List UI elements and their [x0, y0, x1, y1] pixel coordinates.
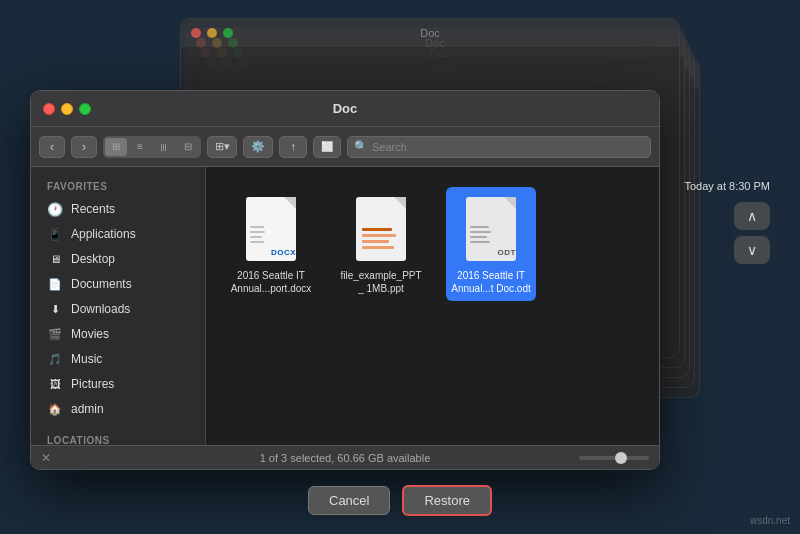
column-view-button[interactable]: ⫼	[153, 138, 175, 156]
sidebar-item-applications[interactable]: 📱 Applications	[35, 222, 201, 246]
ppt-line-4	[362, 246, 394, 249]
maximize-button[interactable]	[79, 103, 91, 115]
zoom-slider[interactable]	[579, 456, 649, 460]
search-placeholder: Search	[372, 141, 407, 153]
back-button[interactable]: ‹	[39, 136, 65, 158]
watermark: wsdn.net	[750, 515, 790, 526]
sidebar-item-label: Music	[71, 352, 102, 366]
scroll-up-button[interactable]: ∧	[734, 202, 770, 230]
finder-statusbar: ✕ 1 of 3 selected, 60.66 GB available	[31, 445, 659, 469]
sidebar-item-label: Documents	[71, 277, 132, 291]
files-grid: DOCX 2016 Seattle IT Annual...port.docx	[226, 187, 639, 301]
sidebar-item-label: Downloads	[71, 302, 130, 316]
sidebar-item-movies[interactable]: 🎬 Movies	[35, 322, 201, 346]
stacked-titlebar-1: Doc	[181, 19, 679, 47]
view-buttons: ⊞ ≡ ⫼ ⊟	[103, 136, 201, 158]
ppt-line-2	[362, 234, 396, 237]
slider-thumb	[615, 452, 627, 464]
file-item-ppt[interactable]: file_example_PPT_ 1MB.ppt	[336, 187, 426, 301]
minimize-button[interactable]	[61, 103, 73, 115]
file-item-docx[interactable]: DOCX 2016 Seattle IT Annual...port.docx	[226, 187, 316, 301]
applications-icon: 📱	[47, 226, 63, 242]
finder-toolbar: ‹ › ⊞ ≡ ⫼ ⊟ ⊞▾ ⚙️ ↑ ⬜ 🔍 Search	[31, 127, 659, 167]
docx-filename: 2016 Seattle IT Annual...port.docx	[230, 269, 312, 295]
action-button[interactable]: ⚙️	[243, 136, 273, 158]
locations-header: Locations	[31, 429, 205, 445]
pictures-icon: 🖼	[47, 376, 63, 392]
icon-view-button[interactable]: ⊞	[105, 138, 127, 156]
file-icon-odt: ODT	[461, 193, 521, 265]
favorites-header: Favorites	[31, 175, 205, 196]
sidebar-item-label: Desktop	[71, 252, 115, 266]
finder-window: Doc ‹ › ⊞ ≡ ⫼ ⊟ ⊞▾ ⚙️ ↑ ⬜ 🔍 Search Favor…	[30, 90, 660, 470]
docx-type-label: DOCX	[271, 248, 296, 257]
notification-timestamp: Today at 8:30 PM	[684, 180, 770, 192]
sidebar-item-label: Pictures	[71, 377, 114, 391]
ppt-line-3	[362, 240, 389, 243]
max-dot	[223, 28, 233, 38]
status-text: 1 of 3 selected, 60.66 GB available	[260, 452, 431, 464]
search-icon: 🔍	[354, 140, 368, 153]
sidebar-item-label: admin	[71, 402, 104, 416]
sidebar-item-admin[interactable]: 🏠 admin	[35, 397, 201, 421]
list-view-button[interactable]: ≡	[129, 138, 151, 156]
file-icon-ppt	[351, 193, 411, 265]
min-dot	[207, 28, 217, 38]
ppt-filename: file_example_PPT_ 1MB.ppt	[340, 269, 422, 295]
finder-sidebar: Favorites 🕐 Recents 📱 Applications 🖥 Des…	[31, 167, 206, 445]
sidebar-item-label: Recents	[71, 202, 115, 216]
sidebar-item-desktop[interactable]: 🖥 Desktop	[35, 247, 201, 271]
traffic-lights	[43, 103, 91, 115]
odt-filename: 2016 Seattle IT Annual...t Doc.odt	[450, 269, 532, 295]
restore-button[interactable]: Restore	[402, 485, 492, 516]
scroll-down-button[interactable]: ∨	[734, 236, 770, 264]
desktop-icon: 🖥	[47, 251, 63, 267]
odt-type-label: ODT	[498, 248, 516, 257]
statusbar-close-button[interactable]: ✕	[41, 451, 51, 465]
slider-track	[579, 456, 649, 460]
cancel-button[interactable]: Cancel	[308, 486, 390, 515]
search-box[interactable]: 🔍 Search	[347, 136, 651, 158]
documents-icon: 📄	[47, 276, 63, 292]
music-icon: 🎵	[47, 351, 63, 367]
sidebar-item-music[interactable]: 🎵 Music	[35, 347, 201, 371]
recents-icon: 🕐	[47, 201, 63, 217]
sidebar-item-pictures[interactable]: 🖼 Pictures	[35, 372, 201, 396]
gallery-view-button[interactable]: ⊟	[177, 138, 199, 156]
ppt-shape	[356, 197, 406, 261]
arrange-button[interactable]: ⊞▾	[207, 136, 237, 158]
sidebar-item-recents[interactable]: 🕐 Recents	[35, 197, 201, 221]
sidebar-item-label: Movies	[71, 327, 109, 341]
sidebar-item-downloads[interactable]: ⬇ Downloads	[35, 297, 201, 321]
ppt-lines	[356, 220, 406, 257]
finder-content: DOCX 2016 Seattle IT Annual...port.docx	[206, 167, 659, 445]
file-item-odt[interactable]: ODT 2016 Seattle IT Annual...t Doc.odt	[446, 187, 536, 301]
finder-titlebar: Doc	[31, 91, 659, 127]
dialog-buttons: Cancel Restore	[308, 485, 492, 516]
movies-icon: 🎬	[47, 326, 63, 342]
tag-button[interactable]: ⬜	[313, 136, 341, 158]
notification-panel: Today at 8:30 PM ∧ ∨	[715, 180, 770, 264]
ppt-line-1	[362, 228, 392, 231]
stacked-title: Doc	[420, 27, 440, 39]
forward-button[interactable]: ›	[71, 136, 97, 158]
sidebar-item-documents[interactable]: 📄 Documents	[35, 272, 201, 296]
window-title: Doc	[333, 101, 358, 116]
admin-icon: 🏠	[47, 401, 63, 417]
sidebar-item-label: Applications	[71, 227, 136, 241]
finder-main: Favorites 🕐 Recents 📱 Applications 🖥 Des…	[31, 167, 659, 445]
close-dot	[191, 28, 201, 38]
close-button[interactable]	[43, 103, 55, 115]
share-button[interactable]: ↑	[279, 136, 307, 158]
docx-shape: DOCX	[246, 197, 296, 261]
traffic-light-1	[191, 28, 233, 38]
file-icon-docx: DOCX	[241, 193, 301, 265]
odt-shape: ODT	[466, 197, 516, 261]
downloads-icon: ⬇	[47, 301, 63, 317]
